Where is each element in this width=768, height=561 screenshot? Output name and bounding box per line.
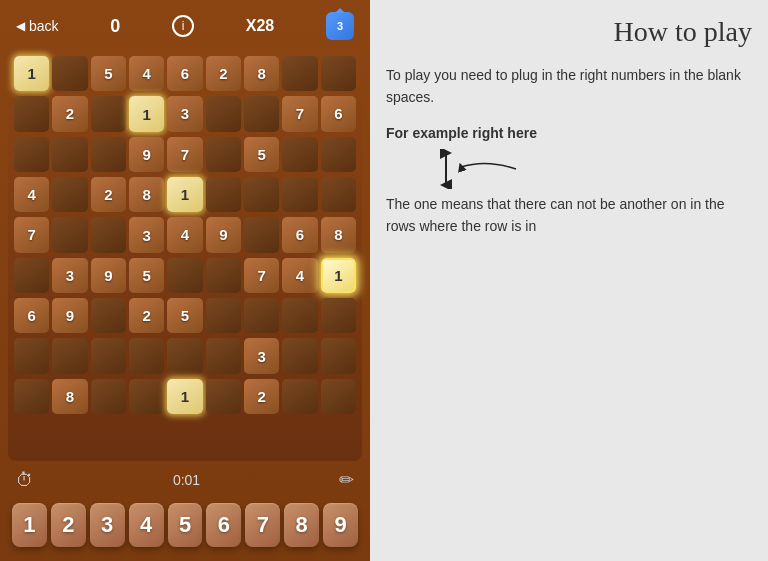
number-button-7[interactable]: 7 — [245, 503, 280, 547]
grid-cell[interactable] — [244, 177, 279, 212]
score-display: 0 — [110, 16, 120, 37]
grid-cell[interactable] — [244, 96, 279, 131]
grid-cell[interactable]: 8 — [52, 379, 87, 414]
grid-cell[interactable] — [282, 379, 317, 414]
game-time: 0:01 — [173, 472, 200, 488]
info-button[interactable]: i — [172, 15, 194, 37]
number-button-4[interactable]: 4 — [129, 503, 164, 547]
grid-cell[interactable] — [14, 338, 49, 373]
grid-cell[interactable] — [52, 56, 87, 91]
grid-cell[interactable]: 4 — [14, 177, 49, 212]
grid-cell[interactable] — [91, 217, 126, 252]
grid-cell[interactable]: 5 — [167, 298, 202, 333]
back-label: back — [29, 18, 59, 34]
grid-cell[interactable]: 3 — [129, 217, 164, 252]
grid-cell[interactable] — [206, 298, 241, 333]
grid-cell[interactable]: 3 — [244, 338, 279, 373]
grid-cell[interactable]: 3 — [52, 258, 87, 293]
grid-cell[interactable] — [244, 298, 279, 333]
grid-cell[interactable]: 2 — [206, 56, 241, 91]
grid-cell[interactable] — [91, 379, 126, 414]
grid-cell[interactable]: 7 — [167, 137, 202, 172]
grid-cell[interactable] — [321, 137, 356, 172]
grid-cell[interactable] — [282, 137, 317, 172]
grid-cell[interactable] — [14, 137, 49, 172]
page-title: How to play — [386, 16, 752, 48]
grid-cell[interactable]: 8 — [321, 217, 356, 252]
grid-cell[interactable]: 9 — [129, 137, 164, 172]
grid-cell[interactable]: 7 — [282, 96, 317, 131]
grid-cell[interactable] — [244, 217, 279, 252]
grid-cell[interactable] — [14, 379, 49, 414]
grid-cell[interactable]: 5 — [129, 258, 164, 293]
grid-cell[interactable] — [321, 298, 356, 333]
grid-cell[interactable] — [282, 298, 317, 333]
grid-cell[interactable] — [206, 96, 241, 131]
grid-cell[interactable] — [321, 177, 356, 212]
grid-cell[interactable]: 4 — [129, 56, 164, 91]
grid-cell[interactable]: 9 — [91, 258, 126, 293]
grid-cell[interactable] — [52, 338, 87, 373]
grid-cell[interactable] — [14, 96, 49, 131]
grid-cell[interactable] — [206, 379, 241, 414]
instruction-paragraph-1: To play you need to plug in the right nu… — [386, 64, 752, 109]
grid-cell[interactable]: 1 — [321, 258, 356, 293]
grid-cell[interactable] — [206, 338, 241, 373]
grid-cell[interactable]: 7 — [14, 217, 49, 252]
grid-cell[interactable] — [282, 56, 317, 91]
grid-cell[interactable]: 2 — [91, 177, 126, 212]
grid-cell[interactable]: 4 — [167, 217, 202, 252]
grid-cell[interactable] — [91, 96, 126, 131]
grid-cell[interactable] — [167, 338, 202, 373]
top-bar: ◀ back 0 i X28 3 — [8, 8, 362, 44]
grid-cell[interactable] — [167, 258, 202, 293]
grid-cell[interactable]: 6 — [321, 96, 356, 131]
grid-cell[interactable]: 1 — [167, 379, 202, 414]
grid-cell[interactable]: 6 — [282, 217, 317, 252]
timer-badge: 3 — [326, 12, 354, 40]
grid-cell[interactable] — [91, 338, 126, 373]
number-button-1[interactable]: 1 — [12, 503, 47, 547]
grid-cell[interactable] — [206, 177, 241, 212]
grid-cell[interactable] — [91, 298, 126, 333]
grid-cell[interactable] — [321, 338, 356, 373]
grid-cell[interactable] — [91, 137, 126, 172]
grid-cell[interactable]: 8 — [129, 177, 164, 212]
grid-cell[interactable]: 4 — [282, 258, 317, 293]
grid-cell[interactable]: 8 — [244, 56, 279, 91]
number-button-2[interactable]: 2 — [51, 503, 86, 547]
grid-cell[interactable] — [52, 217, 87, 252]
number-button-9[interactable]: 9 — [323, 503, 358, 547]
grid-cell[interactable]: 1 — [14, 56, 49, 91]
grid-cell[interactable]: 9 — [52, 298, 87, 333]
grid-cell[interactable] — [52, 177, 87, 212]
back-button[interactable]: ◀ back — [16, 18, 59, 34]
grid-cell[interactable]: 3 — [167, 96, 202, 131]
grid-cell[interactable]: 5 — [244, 137, 279, 172]
grid-cell[interactable] — [282, 177, 317, 212]
grid-cell[interactable] — [52, 137, 87, 172]
grid-cell[interactable] — [321, 56, 356, 91]
grid-cell[interactable] — [206, 258, 241, 293]
grid-cell[interactable]: 1 — [167, 177, 202, 212]
grid-cell[interactable]: 6 — [14, 298, 49, 333]
number-button-5[interactable]: 5 — [168, 503, 203, 547]
grid-cell[interactable]: 2 — [244, 379, 279, 414]
grid-cell[interactable] — [14, 258, 49, 293]
game-panel: ◀ back 0 i X28 3 15462821376975428173496… — [0, 0, 370, 561]
grid-cell[interactable]: 2 — [52, 96, 87, 131]
grid-cell[interactable] — [321, 379, 356, 414]
grid-cell[interactable]: 2 — [129, 298, 164, 333]
grid-cell[interactable] — [206, 137, 241, 172]
grid-cell[interactable] — [282, 338, 317, 373]
grid-cell[interactable]: 5 — [91, 56, 126, 91]
grid-cell[interactable]: 1 — [129, 96, 164, 131]
number-button-3[interactable]: 3 — [90, 503, 125, 547]
grid-cell[interactable] — [129, 379, 164, 414]
grid-cell[interactable] — [129, 338, 164, 373]
grid-cell[interactable]: 7 — [244, 258, 279, 293]
number-button-6[interactable]: 6 — [206, 503, 241, 547]
grid-cell[interactable]: 9 — [206, 217, 241, 252]
number-button-8[interactable]: 8 — [284, 503, 319, 547]
grid-cell[interactable]: 6 — [167, 56, 202, 91]
